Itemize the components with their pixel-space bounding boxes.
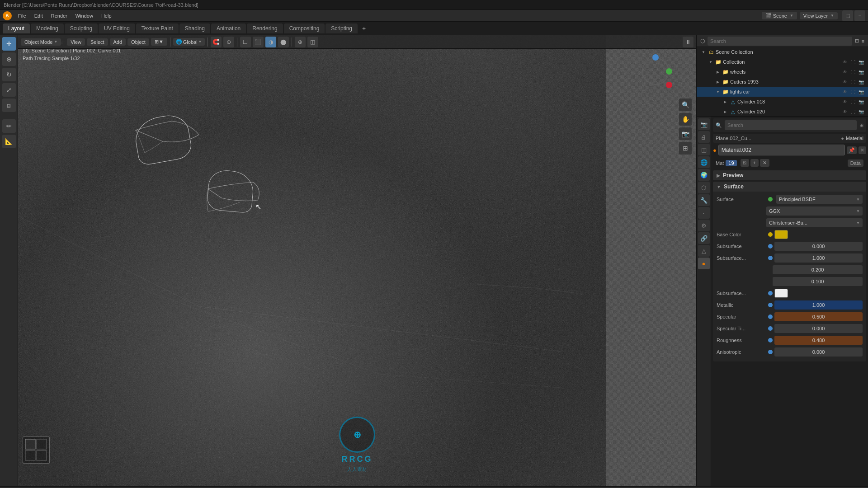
output-props-icon[interactable]: 🖨 bbox=[698, 131, 710, 143]
rendered-shading-icon[interactable]: ⬤ bbox=[278, 37, 289, 47]
subsurface-method-dropdown[interactable]: Christensen-Bu... bbox=[766, 218, 863, 227]
lights-render-icon[interactable]: 📷 bbox=[858, 89, 864, 95]
pan-icon[interactable]: ✋ bbox=[679, 113, 692, 126]
visibility-viewport-icon[interactable]: 👁 bbox=[842, 59, 848, 65]
view-props-icon[interactable]: ◫ bbox=[698, 144, 710, 155]
tab-shading[interactable]: Shading bbox=[179, 23, 210, 33]
tab-texture-paint[interactable]: Texture Paint bbox=[136, 23, 179, 33]
specular-tint-value[interactable]: 0.000 bbox=[774, 324, 863, 333]
cyl018-viewport-icon[interactable]: ⛶ bbox=[850, 99, 856, 105]
subsurface3-value[interactable]: 0.200 bbox=[773, 265, 863, 274]
scene-collection-expand-icon[interactable]: ▼ bbox=[700, 49, 707, 55]
blender-logo-icon[interactable]: B bbox=[3, 11, 12, 20]
lights-eye-icon[interactable]: 👁 bbox=[842, 89, 848, 95]
menu-file[interactable]: File bbox=[14, 12, 30, 19]
mat-new-icon[interactable]: + bbox=[750, 159, 759, 167]
outliner-item-cylinder018[interactable]: ▶ △ Cylinder.018 👁 ⛶ 📷 bbox=[697, 97, 868, 107]
outliner-item-wheels[interactable]: ▶ 📁 wheels 👁 ⛶ 📷 bbox=[697, 67, 868, 77]
properties-search-input[interactable] bbox=[725, 120, 857, 130]
specular-value[interactable]: 0.500 bbox=[774, 312, 863, 321]
add-workspace-button[interactable]: + bbox=[359, 24, 369, 33]
outliner-item-collection[interactable]: ▼ 📁 Collection 👁 ⛶ 📷 bbox=[697, 57, 868, 67]
outliner-item-lights-car[interactable]: ▼ 📁 lights car 👁 ⛶ 📷 bbox=[697, 87, 868, 97]
tab-uv-editing[interactable]: UV Editing bbox=[99, 23, 135, 33]
wireframe-shading-icon[interactable]: ☐ bbox=[240, 37, 251, 47]
snap-icon[interactable]: 🧲 bbox=[211, 37, 222, 47]
tab-animation[interactable]: Animation bbox=[211, 23, 246, 33]
mat-delete-icon[interactable]: ✕ bbox=[760, 159, 769, 167]
menu-edit[interactable]: Edit bbox=[31, 12, 47, 19]
base-color-swatch[interactable] bbox=[774, 230, 788, 239]
outliner-search-input[interactable] bbox=[708, 37, 852, 46]
data-props-icon[interactable]: △ bbox=[698, 245, 710, 257]
cursor-tool-icon[interactable]: ✛ bbox=[2, 37, 16, 51]
object-menu[interactable]: Object bbox=[127, 38, 149, 46]
material-close-icon[interactable]: ✕ bbox=[859, 146, 866, 154]
roughness-value[interactable]: 0.480 bbox=[774, 336, 863, 345]
cyl020-expand-icon[interactable]: ▶ bbox=[722, 108, 728, 115]
transform-orientation-dropdown[interactable]: 🌐 Global ▼ bbox=[173, 38, 205, 46]
material-preview-icon[interactable]: ◑ bbox=[265, 37, 276, 47]
outliner-scene-collection[interactable]: ▼ 🗂 Scene Collection bbox=[697, 47, 868, 57]
physics-props-icon[interactable]: ⚙ bbox=[698, 220, 710, 231]
material-name-input[interactable] bbox=[718, 145, 845, 155]
particles-props-icon[interactable]: · bbox=[698, 207, 710, 219]
toggle-grid-icon[interactable]: ⊞ bbox=[679, 142, 692, 155]
tab-modeling[interactable]: Modeling bbox=[31, 23, 64, 33]
object-props-icon[interactable]: ⬡ bbox=[698, 182, 710, 193]
zoom-to-fit-icon[interactable]: 🔍 bbox=[679, 99, 692, 111]
pause-icon[interactable]: ⏸ bbox=[683, 37, 693, 47]
screen-layout-icon[interactable]: ⬚ bbox=[842, 10, 853, 21]
outliner-item-cylinder020[interactable]: ▶ △ Cylinder.020 👁 ⛶ 📷 bbox=[697, 107, 868, 117]
wheels-render-icon[interactable]: 📷 bbox=[858, 69, 864, 75]
tab-compositing[interactable]: Compositing bbox=[284, 23, 325, 33]
cutters-viewport-icon[interactable]: ⛶ bbox=[850, 79, 856, 85]
anisotropic-value[interactable]: 0.000 bbox=[774, 347, 863, 357]
viewport[interactable]: Object Mode ▼ View Select Add Object ⊞▼ … bbox=[18, 35, 696, 486]
subsurface4-value[interactable]: 0.100 bbox=[773, 277, 863, 286]
mat-number-badge[interactable]: 19 bbox=[726, 160, 736, 166]
cutters-eye-icon[interactable]: 👁 bbox=[842, 79, 848, 85]
solid-shading-icon[interactable]: ⬛ bbox=[253, 37, 264, 47]
menu-help[interactable]: Help bbox=[98, 12, 115, 19]
mini-nav-widget[interactable] bbox=[23, 436, 50, 464]
transform-tool-icon[interactable]: ⧈ bbox=[2, 99, 16, 112]
cyl020-viewport-icon[interactable]: ⛶ bbox=[850, 108, 856, 115]
move-tool-icon[interactable]: ⊕ bbox=[2, 52, 16, 66]
modifier-props-icon[interactable]: 🔧 bbox=[698, 194, 710, 206]
lights-expand-icon[interactable]: ▼ bbox=[715, 89, 721, 95]
surface-section-header[interactable]: ▼ Surface bbox=[713, 182, 866, 192]
metallic-value[interactable]: 1.000 bbox=[774, 300, 863, 310]
mat-copy-icon[interactable]: ⎘ bbox=[741, 159, 749, 167]
rotate-tool-icon[interactable]: ↻ bbox=[2, 68, 16, 81]
cyl020-eye-icon[interactable]: 👁 bbox=[842, 108, 848, 115]
tab-scripting[interactable]: Scripting bbox=[326, 23, 358, 33]
measure-tool-icon[interactable]: 📐 bbox=[2, 135, 16, 148]
cyl020-render-icon[interactable]: 📷 bbox=[858, 108, 864, 115]
menu-window[interactable]: Window bbox=[72, 12, 97, 19]
camera-view-icon[interactable]: 📷 bbox=[679, 127, 692, 140]
filter-btn[interactable]: ⊞▼ bbox=[151, 38, 167, 46]
cyl018-eye-icon[interactable]: 👁 bbox=[842, 99, 848, 105]
cyl018-expand-icon[interactable]: ▶ bbox=[722, 99, 728, 105]
scene-dropdown[interactable]: 🎬 Scene ▼ bbox=[762, 12, 797, 19]
subsurface-value[interactable]: 0.000 bbox=[774, 242, 863, 251]
outliner-options-icon[interactable]: ≡ bbox=[862, 38, 864, 44]
tab-layout[interactable]: Layout bbox=[3, 23, 30, 33]
view-layer-dropdown[interactable]: View Layer ▼ bbox=[800, 12, 838, 19]
menu-render[interactable]: Render bbox=[47, 12, 71, 19]
material-props-icon[interactable]: ● bbox=[698, 258, 710, 269]
xray-icon[interactable]: ◫ bbox=[307, 37, 318, 47]
tab-sculpting[interactable]: Sculpting bbox=[65, 23, 98, 33]
material-pin-icon[interactable]: 📌 bbox=[847, 146, 857, 154]
outliner-item-cutters[interactable]: ▶ 📁 Cutters 1993 👁 ⛶ 📷 bbox=[697, 77, 868, 87]
scale-tool-icon[interactable]: ⤢ bbox=[2, 83, 16, 97]
wheels-viewport-icon[interactable]: ⛶ bbox=[850, 69, 856, 75]
add-menu[interactable]: Add bbox=[110, 38, 126, 46]
select-menu[interactable]: Select bbox=[87, 38, 108, 46]
distribution-dropdown[interactable]: GGX bbox=[766, 206, 863, 216]
outliner-filter-icon[interactable]: ⊞ bbox=[855, 38, 859, 44]
cyl018-render-icon[interactable]: 📷 bbox=[858, 99, 864, 105]
wheels-expand-icon[interactable]: ▶ bbox=[715, 69, 721, 75]
world-props-icon[interactable]: 🌍 bbox=[698, 169, 710, 181]
